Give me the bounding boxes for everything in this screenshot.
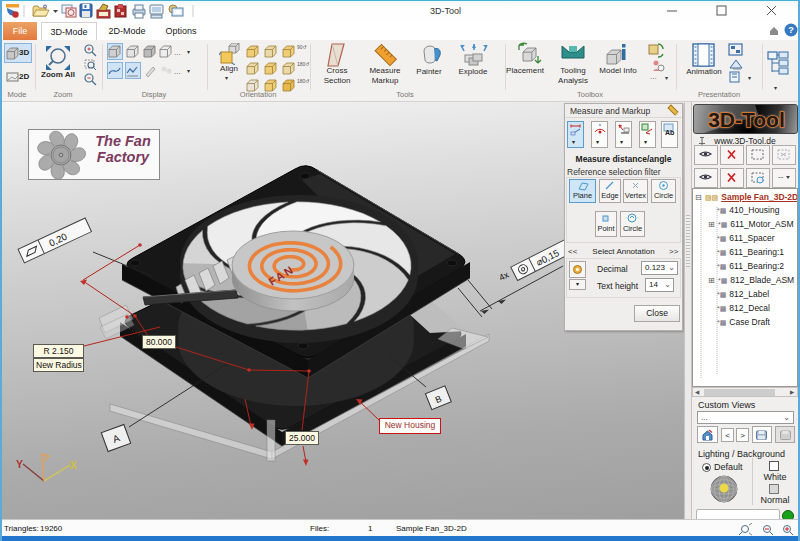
svg-text:?: ? <box>788 25 794 35</box>
svg-text:4x: 4x <box>497 269 510 282</box>
svg-text:X: X <box>70 459 77 471</box>
svg-text:Ab: Ab <box>665 129 674 136</box>
svg-text:Y: Y <box>16 458 23 470</box>
svg-text:--: -- <box>778 172 784 181</box>
